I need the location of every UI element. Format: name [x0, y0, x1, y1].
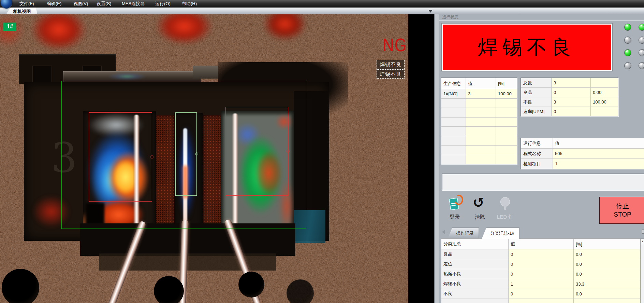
- menu-settings[interactable]: 设置(S): [94, 0, 113, 8]
- stop-label-en: STOP: [614, 210, 631, 219]
- status-banner-text: 焊锡不良: [478, 34, 576, 61]
- chevron-down-icon[interactable]: [428, 10, 433, 13]
- message-box: [442, 174, 644, 191]
- led-gray-icon: [624, 62, 631, 69]
- cell: [466, 146, 496, 155]
- menu-bar: 文件(F) 编辑(E) 视图(V) 设置(S) MES连接器 运行(O) 帮助(…: [0, 0, 644, 8]
- cell: [441, 117, 466, 127]
- scroll-up-icon[interactable]: ▲: [641, 239, 644, 244]
- cell: 33.3: [574, 279, 641, 289]
- metal-bar-sheen: [107, 72, 147, 81]
- tab-scroll-left-icon[interactable]: [442, 230, 445, 234]
- detection-box: [175, 112, 197, 196]
- cell: [574, 299, 641, 303]
- menu-mes-connector[interactable]: MES连接器: [120, 0, 147, 8]
- pin-icon[interactable]: [642, 230, 644, 234]
- header-cell: 生产信息: [441, 78, 466, 89]
- bottom-tab-strip: 操作记录 分类汇总-1#: [439, 227, 644, 239]
- table-row: 速率[UPM]0: [521, 107, 618, 116]
- lightbulb-icon: [501, 197, 510, 206]
- header-cell: 值: [553, 138, 644, 149]
- panel-splitter[interactable]: [434, 14, 439, 303]
- cell: 程式名称: [521, 149, 553, 159]
- detection-box: [89, 112, 152, 202]
- tab-operation-log[interactable]: 操作记录: [448, 228, 479, 239]
- cell: 3: [552, 78, 591, 88]
- clear-button[interactable]: ↺ 清除: [469, 196, 491, 224]
- menu-file[interactable]: 文件(F): [17, 0, 36, 8]
- table-row: 总数3: [521, 78, 618, 88]
- inspection-photo: 3: [0, 14, 408, 303]
- cell: [496, 117, 517, 127]
- table-row: [441, 299, 641, 303]
- run-status-panel: 运行状态 焊锡不良 生产信息值[%]1#[NG]3100.00 总数3良品00.…: [439, 14, 644, 303]
- menu-run[interactable]: 运行(O): [153, 0, 173, 8]
- cell: 1: [509, 279, 574, 289]
- menu-view[interactable]: 视图(V): [71, 0, 90, 8]
- tab-summary[interactable]: 分类汇总-1#: [482, 228, 519, 239]
- header-cell: 值: [509, 239, 574, 249]
- header-cell: [%]: [574, 239, 641, 249]
- cell: 0: [552, 88, 591, 97]
- cell: [496, 136, 517, 146]
- cell: 0: [509, 249, 574, 259]
- stop-button[interactable]: 停止 STOP: [599, 197, 644, 224]
- cell: [441, 98, 466, 108]
- table-row: 良品00.00: [521, 88, 618, 97]
- cell: 定位: [441, 259, 509, 269]
- menu-edit[interactable]: 编辑(E): [45, 0, 63, 8]
- cell: 0: [509, 269, 574, 279]
- cell: [441, 136, 466, 146]
- cell: 0: [552, 107, 591, 116]
- table-row: [441, 136, 517, 146]
- cell: 检测项目: [521, 159, 553, 169]
- tab-camera-view[interactable]: 相机视图: [6, 8, 38, 14]
- defect-label: 焊锡不良: [377, 69, 405, 79]
- table-header-row: 生产信息值[%]: [441, 78, 517, 89]
- production-info-table: 生产信息值[%]1#[NG]3100.00: [441, 78, 517, 164]
- cell: 不良: [521, 97, 552, 107]
- run-info-table: 运行信息值程式名称505检测项目1: [521, 138, 644, 169]
- camera-black-margin: [408, 14, 434, 303]
- cell: [441, 155, 466, 164]
- summary-table: 分类汇总值[%]良品00.0定位00.0热熔不良00.0焊锡不良133.3不良0…: [441, 238, 641, 303]
- panel-title: 运行状态: [442, 14, 458, 20]
- table-row: [441, 146, 517, 155]
- cell: 3: [552, 97, 591, 107]
- table-header-row: 分类汇总值[%]: [441, 239, 641, 249]
- cell: 良品: [441, 249, 509, 259]
- menu-help[interactable]: 帮助(H): [180, 0, 199, 8]
- cell: 焊锡不良: [441, 279, 509, 289]
- cell: [466, 98, 496, 108]
- app-logo-icon: [1, 0, 12, 9]
- cell: 100.00: [496, 89, 517, 99]
- led-light-button[interactable]: LED 灯: [494, 196, 516, 224]
- cell: 505: [553, 149, 644, 159]
- summary-table-scrollbar[interactable]: ▲: [640, 238, 644, 303]
- cell: [591, 78, 618, 88]
- status-banner: 焊锡不良: [442, 24, 612, 71]
- cell: 不良: [441, 289, 509, 299]
- board-hole: [154, 276, 184, 303]
- led-label: LED 灯: [494, 214, 516, 220]
- camera-viewport[interactable]: 3: [0, 14, 434, 303]
- cell: [466, 155, 496, 164]
- groupbox-groove: [439, 20, 644, 20]
- header-cell: 值: [466, 78, 496, 89]
- cell: 3: [466, 89, 496, 99]
- cell: 1: [553, 159, 644, 169]
- station-badge: 1#: [3, 23, 16, 31]
- table-row: 不良00.0: [441, 289, 641, 299]
- login-button[interactable]: 登录: [443, 196, 466, 224]
- cell: 100.00: [591, 97, 618, 107]
- cell: 0.0: [574, 289, 641, 299]
- cell: [496, 146, 517, 155]
- cell: 0: [509, 259, 574, 269]
- cell: [466, 108, 496, 118]
- table-row: 检测项目1: [521, 159, 644, 169]
- table-row: [441, 127, 517, 136]
- led-green-icon: [624, 49, 631, 56]
- stop-label-cn: 停止: [616, 202, 629, 210]
- detection-box-handle: [150, 155, 153, 159]
- board-hole: [2, 269, 39, 303]
